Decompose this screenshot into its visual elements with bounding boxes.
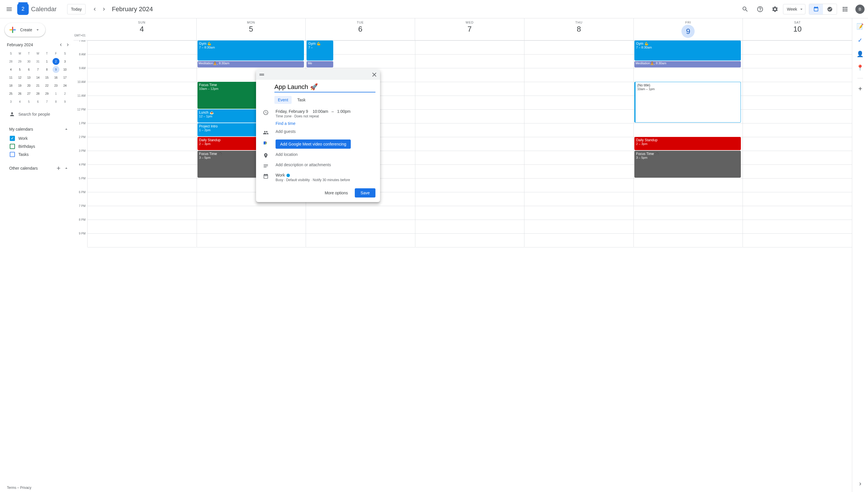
day-header[interactable]: TUE6 (305, 18, 415, 40)
more-options-button[interactable]: More options (320, 188, 352, 197)
event-date[interactable]: Friday, February 9 (276, 109, 308, 114)
get-addons-button[interactable] (854, 83, 866, 94)
day-header[interactable]: MON5 (196, 18, 306, 40)
mini-day[interactable]: 16 (52, 74, 59, 81)
mini-day[interactable]: 14 (34, 74, 41, 81)
day-column[interactable] (524, 41, 634, 247)
calendar-event[interactable]: Meditation🧘, 8:30am (197, 61, 304, 68)
day-column[interactable]: Gym 💪7 – 8:30amMeditation🧘, 8:30am(No ti… (634, 41, 743, 247)
mini-day[interactable]: 18 (7, 82, 14, 89)
create-button[interactable]: Create (5, 23, 45, 37)
support-button[interactable] (753, 2, 767, 16)
mini-day[interactable]: 28 (7, 58, 14, 65)
add-meet-button[interactable]: Add Google Meet video conferencing (276, 140, 351, 149)
mini-day[interactable]: 30 (26, 58, 32, 65)
prev-week-button[interactable] (90, 5, 99, 14)
day-column[interactable] (87, 41, 197, 247)
add-description-field[interactable]: Add description or attachments (276, 163, 375, 167)
mini-day[interactable]: 26 (16, 90, 23, 97)
find-time-link[interactable]: Find a time (276, 121, 375, 126)
close-button[interactable] (370, 70, 379, 79)
today-button[interactable]: Today (67, 4, 85, 14)
calendar-event[interactable]: Daily Standup2 – 3pm (634, 137, 741, 150)
mini-day[interactable]: 6 (26, 66, 32, 73)
day-header[interactable]: SUN4 (87, 18, 196, 40)
mini-prev-month[interactable] (57, 41, 64, 48)
mini-day[interactable]: 19 (16, 82, 23, 89)
mini-day[interactable]: 29 (16, 58, 23, 65)
mini-day[interactable]: 2 (61, 90, 68, 97)
search-people-input[interactable]: Search for people (6, 109, 70, 119)
mini-day[interactable]: 25 (7, 90, 14, 97)
account-avatar[interactable]: B (855, 5, 865, 14)
day-header[interactable]: THU8 (524, 18, 634, 40)
mini-day[interactable]: 17 (61, 74, 68, 81)
timezone-repeat-info[interactable]: Time zone · Does not repeat (276, 114, 375, 118)
mini-day[interactable]: 31 (34, 58, 41, 65)
end-time[interactable]: 1:00pm (337, 109, 351, 114)
mini-day[interactable]: 27 (26, 90, 32, 97)
mini-day[interactable]: 6 (34, 98, 41, 105)
calendar-checkbox[interactable] (10, 152, 15, 157)
mini-day[interactable]: 10 (61, 66, 68, 73)
calendar-event[interactable]: Gym 💪7 – 8:30am (634, 41, 741, 60)
event-title-input[interactable] (274, 82, 375, 93)
add-location-field[interactable]: Add location (276, 152, 375, 157)
calendar-event[interactable]: Me (306, 61, 333, 68)
plus-icon[interactable] (56, 165, 61, 171)
add-guests-field[interactable]: Add guests (276, 129, 375, 134)
my-calendars-toggle[interactable]: My calendars (9, 124, 69, 134)
main-menu-button[interactable] (2, 2, 16, 16)
mini-day[interactable]: 20 (26, 82, 32, 89)
tasks-addon-icon[interactable]: ✓ (854, 34, 866, 46)
save-event-button[interactable]: Save (355, 188, 375, 197)
event-tab[interactable]: Event (274, 96, 292, 104)
day-column[interactable] (743, 41, 852, 247)
next-week-button[interactable] (99, 5, 108, 14)
mini-next-month[interactable] (64, 41, 71, 48)
calendar-item[interactable]: Work (9, 134, 69, 142)
mini-day[interactable]: 13 (26, 74, 32, 81)
mini-day[interactable]: 15 (43, 74, 50, 81)
tasks-mode-toggle[interactable] (823, 4, 837, 14)
mini-day[interactable]: 7 (43, 98, 50, 105)
day-header[interactable]: SAT10 (743, 18, 852, 40)
mini-day[interactable]: 8 (52, 98, 59, 105)
mini-day[interactable]: 28 (34, 90, 41, 97)
mini-day[interactable]: 22 (43, 82, 50, 89)
privacy-link[interactable]: Privacy (20, 486, 31, 490)
header-date-range[interactable]: February 2024 (112, 5, 153, 13)
mini-day[interactable]: 7 (34, 66, 41, 73)
calendar-checkbox[interactable] (10, 144, 15, 149)
day-column[interactable] (415, 41, 524, 247)
calendar-event[interactable]: (No title)10am – 1pm (634, 82, 741, 123)
app-logo[interactable]: 2 Calendar (17, 3, 64, 15)
mini-day[interactable]: 12 (16, 74, 23, 81)
event-defaults-info[interactable]: Busy · Default visibility · Notify 30 mi… (276, 178, 375, 182)
calendar-mode-toggle[interactable] (809, 4, 823, 14)
mini-day[interactable]: 1 (43, 58, 50, 65)
collapse-panel-button[interactable] (854, 478, 866, 490)
other-calendars-toggle[interactable]: Other calendars (9, 163, 69, 173)
day-header[interactable]: FRI9 (634, 18, 743, 40)
mini-day[interactable]: 9 (61, 98, 68, 105)
terms-link[interactable]: Terms (7, 486, 16, 490)
calendar-checkbox[interactable] (10, 136, 15, 141)
mini-day[interactable]: 2 (52, 58, 59, 65)
mini-day[interactable]: 3 (7, 98, 14, 105)
calendar-item[interactable]: Birthdays (9, 142, 69, 150)
calendar-item[interactable]: Tasks (9, 150, 69, 158)
mini-day[interactable]: 5 (26, 98, 32, 105)
mini-day[interactable]: 1 (52, 90, 59, 97)
mini-day[interactable]: 4 (7, 66, 14, 73)
day-header[interactable]: WED7 (415, 18, 524, 40)
mini-day[interactable]: 24 (61, 82, 68, 89)
calendar-event[interactable]: Gym 💪7 – 8:30am (197, 41, 304, 60)
settings-button[interactable] (768, 2, 782, 16)
calendar-event[interactable]: Meditation🧘, 8:30am (634, 61, 741, 68)
mini-day[interactable]: 21 (34, 82, 41, 89)
task-tab[interactable]: Task (294, 96, 309, 104)
calendar-event[interactable]: Focus Time 🎧3 – 5pm (634, 151, 741, 178)
contacts-addon-icon[interactable]: 👤 (854, 48, 866, 60)
mini-day[interactable]: 9 (52, 66, 59, 73)
